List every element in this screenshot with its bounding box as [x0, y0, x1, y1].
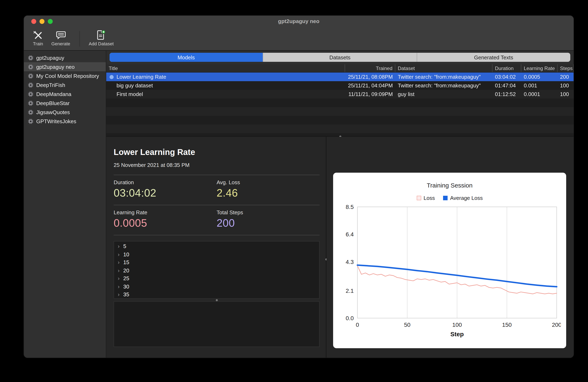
detail-pane: Lower Learning Rate 25 November 2021 at … [106, 137, 326, 358]
close-window-button[interactable] [31, 19, 36, 24]
cell-steps: 200 [558, 72, 574, 81]
cell-learning-rate: 0.0005 [521, 72, 558, 81]
table-row-first-model[interactable]: First model11/11/21, 09:09PMguy list01:1… [106, 90, 574, 98]
sidebar-item-label: gpt2upaguy neo [36, 64, 75, 70]
cell-dataset: guy list [395, 90, 492, 98]
tab-datasets[interactable]: Datasets [263, 53, 417, 62]
cell-steps: 100 [558, 81, 574, 90]
column-header-learning-rate[interactable]: Learning Rate [521, 64, 558, 72]
chart-svg: 0.02.14.36.48.5050100150200Step [338, 204, 561, 339]
detail-section: Lower Learning Rate 25 November 2021 at … [106, 137, 574, 358]
disclosure-chevron-icon[interactable]: › [118, 276, 120, 281]
stat-value: 0.0005 [114, 217, 217, 229]
legend-label: Average Loss [450, 195, 483, 201]
cell-duration: 01:12:52 [492, 90, 521, 98]
sidebar-item-my-cool-model-repository[interactable]: My Cool Model Repository [24, 71, 106, 80]
sidebar-item-gpt2upaguy-neo[interactable]: gpt2upaguy neo [24, 62, 106, 71]
add-dataset-button[interactable]: Add Dataset [84, 29, 118, 46]
screen: gpt2upaguy neo Train [0, 0, 588, 382]
column-header-steps[interactable]: Steps [558, 64, 574, 72]
svg-text:100: 100 [452, 322, 462, 328]
sidebar-list: gpt2upaguygpt2upaguy neoMy Cool Model Re… [24, 51, 106, 358]
disclosure-chevron-icon[interactable]: › [118, 252, 120, 257]
svg-text:0.0: 0.0 [346, 315, 354, 321]
cell-duration: 01:47:04 [492, 81, 521, 90]
disclosure-chevron-icon[interactable]: › [118, 292, 120, 297]
empty-row [106, 107, 574, 116]
row-title-text: Lower Learning Rate [117, 74, 166, 80]
generate-button[interactable]: Generate [47, 29, 74, 46]
legend-swatch [417, 196, 421, 200]
toolbar-separator [79, 31, 80, 46]
disclosure-chevron-icon[interactable]: › [118, 268, 120, 273]
sidebar-item-deepbluestar[interactable]: DeepBlueStar [24, 98, 106, 108]
svg-text:0: 0 [356, 322, 359, 328]
disclosure-chevron-icon[interactable]: › [118, 260, 120, 265]
cell-trained: 25/11/21, 08:08PM [345, 72, 395, 81]
sidebar-item-gpt2upaguy[interactable]: gpt2upaguy [24, 53, 106, 62]
step-list-item-15[interactable]: ›15 [114, 258, 319, 267]
splitter-handle[interactable] [216, 299, 218, 301]
sidebar-item-label: GPTWritesJokes [36, 118, 76, 124]
sidebar-item-label: DeepTriFish [36, 82, 65, 88]
step-list-item-20[interactable]: ›20 [114, 267, 319, 274]
cell-title: Lower Learning Rate [106, 72, 345, 81]
step-list-item-10[interactable]: ›10 [114, 250, 319, 258]
model-chip-icon [28, 73, 33, 79]
empty-row [106, 98, 574, 107]
column-header-duration[interactable]: Duration [492, 64, 521, 72]
steps-list[interactable]: ›5›10›15›20›25›30›35 [114, 241, 319, 299]
sidebar-item-jigsawquotes[interactable]: JigsawQuotes [24, 108, 106, 117]
legend-item-loss: Loss [417, 195, 435, 201]
cell-steps: 100 [558, 90, 574, 98]
status-dot [109, 75, 114, 79]
svg-text:8.5: 8.5 [346, 204, 354, 210]
disclosure-chevron-icon[interactable]: › [118, 244, 120, 249]
main-pane: ModelsDatasetsGenerated Texts TitleTrain… [106, 51, 574, 358]
stat-label: Duration [114, 179, 217, 185]
column-header-trained[interactable]: Trained [345, 64, 395, 72]
step-list-item-25[interactable]: ›25 [114, 274, 319, 282]
svg-text:200: 200 [552, 322, 561, 328]
disclosure-chevron-icon[interactable]: › [118, 284, 120, 289]
step-label: 10 [123, 251, 129, 258]
step-list-item-30[interactable]: ›30 [114, 282, 319, 291]
column-header-title[interactable]: Title [106, 64, 345, 72]
table-body: Lower Learning Rate25/11/21, 08:08PMTwit… [106, 72, 574, 136]
sidebar-item-gptwritesjokes[interactable]: GPTWritesJokes [24, 117, 106, 126]
stat-value: 03:04:02 [114, 187, 217, 200]
cell-learning-rate: 0.001 [521, 81, 558, 90]
column-header-dataset[interactable]: Dataset [395, 64, 492, 72]
window-content: gpt2upaguygpt2upaguy neoMy Cool Model Re… [24, 51, 574, 358]
minimize-window-button[interactable] [40, 19, 44, 24]
step-list-item-35[interactable]: ›35 [114, 291, 319, 299]
train-button[interactable]: Train [29, 29, 47, 46]
model-chip-icon [28, 82, 33, 88]
step-label: 15 [123, 259, 129, 266]
models-section: ModelsDatasetsGenerated Texts TitleTrain… [106, 51, 574, 136]
chart-card: Training Session LossAverage Loss 0.02.1… [333, 173, 566, 348]
sidebar-item-deepmandana[interactable]: DeepMandana [24, 90, 106, 98]
detail-inner-splitter[interactable] [114, 299, 319, 301]
sidebar-item-label: DeepBlueStar [36, 100, 70, 106]
tab-generated-texts[interactable]: Generated Texts [417, 53, 570, 62]
step-label: 25 [123, 275, 129, 282]
zoom-window-button[interactable] [48, 19, 53, 24]
sample-output-box[interactable] [114, 301, 319, 347]
sidebar-item-label: DeepMandana [36, 91, 71, 97]
tab-models[interactable]: Models [109, 53, 263, 62]
step-label: 5 [123, 243, 126, 249]
cell-trained: 25/11/21, 04:04PM [345, 81, 395, 90]
titlebar[interactable]: gpt2upaguy neo [24, 16, 574, 27]
cell-title: First model [106, 90, 345, 98]
step-list-item-5[interactable]: ›5 [114, 242, 319, 250]
cell-dataset: Twitter search: "from:makeupaguy" [395, 81, 492, 90]
table-header: TitleTrainedDatasetDurationLearning Rate… [106, 64, 574, 72]
status-dot-placeholder [109, 92, 114, 96]
sidebar-item-deeptrifish[interactable]: DeepTriFish [24, 80, 106, 90]
stat-learning-rate: Learning Rate0.0005 [114, 209, 217, 229]
stat-label: Learning Rate [114, 209, 217, 216]
app-window: gpt2upaguy neo Train [23, 15, 574, 358]
table-row-lower-learning-rate[interactable]: Lower Learning Rate25/11/21, 08:08PMTwit… [106, 72, 574, 81]
table-row-big-guy-dataset[interactable]: big guy dataset25/11/21, 04:04PMTwitter … [106, 81, 574, 90]
